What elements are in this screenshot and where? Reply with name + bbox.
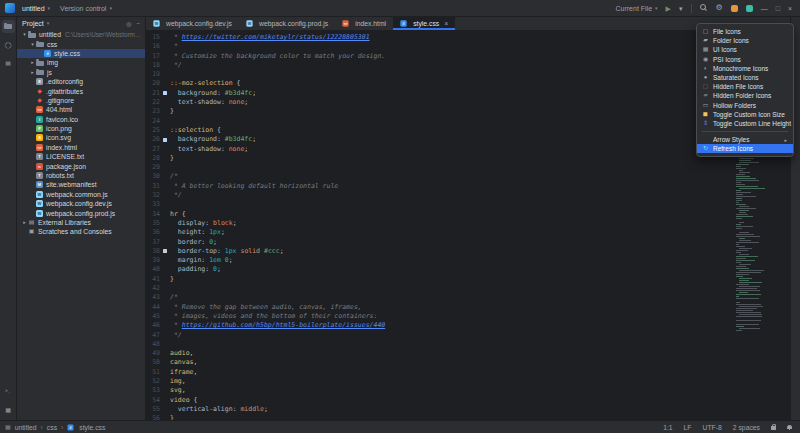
tree-item-img[interactable]: ▸img	[17, 58, 145, 67]
project-panel-title[interactable]: Project ▾	[22, 20, 49, 27]
tree-item-404-html[interactable]: <>404.html	[17, 105, 145, 114]
tree-item-gitignore[interactable]: ◆.gitignore	[17, 96, 145, 105]
line-number[interactable]: 28	[146, 154, 163, 163]
code-line[interactable]: 37 border: 0;	[146, 238, 790, 247]
chevron-down-icon[interactable]: ▾	[29, 42, 36, 47]
close-tab-icon[interactable]: ×	[444, 20, 448, 27]
line-number[interactable]: 20	[146, 79, 163, 88]
line-number[interactable]: 50	[146, 358, 163, 367]
notifications-bell-icon[interactable]	[787, 425, 792, 429]
menu-item-refresh-icons[interactable]: ↻Refresh Icons	[697, 144, 793, 153]
code-line[interactable]: 55 vertical-align: middle;	[146, 405, 790, 414]
menu-item-psi-icons[interactable]: ◉PSI Icons	[697, 55, 793, 64]
line-number[interactable]: 24	[146, 117, 163, 126]
readonly-lock-icon[interactable]	[771, 426, 776, 430]
code-line[interactable]: 39 margin: 1em 0;	[146, 256, 790, 265]
line-number[interactable]: 52	[146, 377, 163, 386]
line-number[interactable]: 26	[146, 135, 163, 144]
line-number[interactable]: 44	[146, 303, 163, 312]
code-line[interactable]: 25::selection {	[146, 126, 790, 135]
code-line[interactable]: 30/*	[146, 172, 790, 181]
code-line[interactable]: 29	[146, 163, 790, 172]
project-selector[interactable]: untitled ▾	[22, 5, 50, 12]
tree-item-css[interactable]: ▾css	[17, 39, 145, 48]
code-line[interactable]: 45 * images, videos and the bottom of th…	[146, 312, 790, 321]
line-number[interactable]: 27	[146, 145, 163, 154]
menu-item-arrow-styles[interactable]: Arrow Styles▸	[697, 135, 793, 144]
breadcrumb-untitled[interactable]: untitled	[15, 424, 37, 431]
code-line[interactable]: 38 border-top: 1px solid #ccc;	[146, 247, 790, 256]
line-separator[interactable]: LF	[684, 424, 692, 431]
code-line[interactable]: 26 background: #b3d4fc;	[146, 135, 790, 144]
chevron-right-icon[interactable]: ▸	[21, 220, 28, 225]
line-number[interactable]: 34	[146, 210, 163, 219]
code-line[interactable]: 33	[146, 200, 790, 209]
structure-toolwindow-icon[interactable]: ▤	[2, 56, 15, 69]
tree-item-package-json[interactable]: npackage.json	[17, 161, 145, 170]
menu-item-folder-icons[interactable]: ▰Folder Icons	[697, 36, 793, 45]
line-number[interactable]: 21	[146, 89, 163, 98]
editor[interactable]: 15 * https://twitter.com/miketaylr/statu…	[146, 31, 790, 420]
tree-item-style-css[interactable]: #style.css	[17, 49, 145, 58]
terminal-toolwindow-icon[interactable]: >_	[2, 385, 15, 398]
code-line[interactable]: 44 * Remove the gap between audio, canva…	[146, 303, 790, 312]
tree-item-js[interactable]: ▸js	[17, 68, 145, 77]
plugin-icon-teal[interactable]	[746, 5, 753, 12]
code-line[interactable]: 17 * Customize the background color to m…	[146, 52, 790, 61]
line-number[interactable]: 46	[146, 321, 163, 330]
code-line[interactable]: 27 text-shadow: none;	[146, 145, 790, 154]
menu-item-file-icons[interactable]: ▢File Icons	[697, 27, 793, 36]
menu-item-hidden-file-icons[interactable]: ▢Hidden File Icons	[697, 82, 793, 91]
chevron-right-icon[interactable]: ▸	[29, 60, 36, 65]
breadcrumb-css[interactable]: css	[47, 424, 57, 431]
tree-item-webpack-config-dev-js[interactable]: Wwebpack.config.dev.js	[17, 199, 145, 208]
tab-index-html[interactable]: <>index.html	[335, 17, 393, 30]
line-number[interactable]: 32	[146, 191, 163, 200]
tree-item-scratches-and-consoles[interactable]: ▣Scratches and Consoles	[17, 227, 145, 236]
code-line[interactable]: 24	[146, 117, 790, 126]
tab-style-css[interactable]: #style.css×	[393, 17, 455, 30]
line-number[interactable]: 51	[146, 368, 163, 377]
toolwindow-switcher-icon[interactable]: ▦	[5, 424, 11, 430]
breadcrumb-style-css[interactable]: #style.css	[67, 424, 105, 431]
code-line[interactable]: 35 display: block;	[146, 219, 790, 228]
code-line[interactable]: 56}	[146, 414, 790, 420]
line-number[interactable]: 25	[146, 126, 163, 135]
menu-item-toggle-custom-line-height[interactable]: ⇕Toggle Custom Line Height	[697, 119, 793, 128]
line-number[interactable]: 22	[146, 98, 163, 107]
line-number[interactable]: 30	[146, 172, 163, 181]
line-number[interactable]: 38	[146, 247, 163, 256]
line-number[interactable]: 33	[146, 200, 163, 209]
code-line[interactable]: 46 * https://github.com/h5bp/html5-boile…	[146, 321, 790, 330]
tree-item-site-webmanifest[interactable]: Msite.webmanifest	[17, 180, 145, 189]
code-line[interactable]: 40 padding: 0;	[146, 265, 790, 274]
line-number[interactable]: 19	[146, 70, 163, 79]
tab-webpack-config-prod-js[interactable]: Wwebpack.config.prod.js	[239, 17, 335, 30]
line-number[interactable]: 56	[146, 414, 163, 420]
tree-item-untitled[interactable]: ▾untitledC:\Users\User\WebstormProjects\…	[17, 30, 145, 39]
line-number[interactable]: 41	[146, 275, 163, 284]
plugin-icon-orange[interactable]	[731, 5, 738, 12]
run-config-selector[interactable]: Current File ▾	[616, 5, 658, 12]
menu-item-toggle-custom-icon-size[interactable]: ◼Toggle Custom Icon Size	[697, 110, 793, 119]
webstorm-logo-icon[interactable]	[5, 3, 15, 13]
line-number[interactable]: 49	[146, 349, 163, 358]
line-number[interactable]: 47	[146, 331, 163, 340]
caret-position[interactable]: 1:1	[663, 424, 672, 431]
code-line[interactable]: 28}	[146, 154, 790, 163]
tree-item-license-txt[interactable]: TLICENSE.txt	[17, 152, 145, 161]
line-number[interactable]: 29	[146, 163, 163, 172]
problems-toolwindow-icon[interactable]: ▦	[2, 403, 15, 416]
menu-item-ui-icons[interactable]: ▦UI Icons	[697, 45, 793, 54]
code-line[interactable]: 31 * A better looking default horizontal…	[146, 182, 790, 191]
line-number[interactable]: 23	[146, 107, 163, 116]
settings-gear-icon[interactable]: ⚙	[716, 4, 723, 12]
code-line[interactable]: 42	[146, 284, 790, 293]
line-number[interactable]: 40	[146, 265, 163, 274]
code-line[interactable]: 36 height: 1px;	[146, 228, 790, 237]
tree-item-editorconfig[interactable]: E.editorconfig	[17, 77, 145, 86]
line-number[interactable]: 39	[146, 256, 163, 265]
code-line[interactable]: 47 */	[146, 331, 790, 340]
code-line[interactable]: 19	[146, 70, 790, 79]
more-run-actions-icon[interactable]: ▾	[679, 5, 683, 12]
